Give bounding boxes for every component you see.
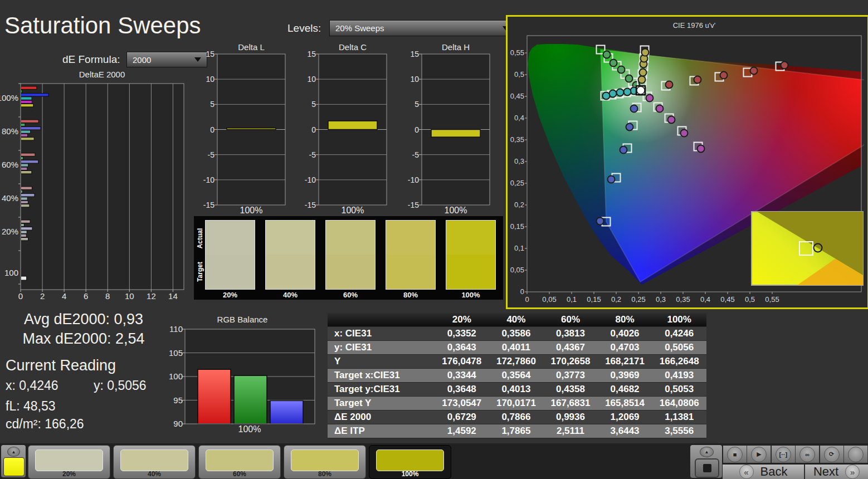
cie-measured-red: [750, 67, 758, 74]
calman-saturation-sweeps-page: Saturation Sweeps dE Formula: 2000 Level…: [0, 0, 868, 479]
swatch-80%: [386, 220, 436, 290]
svg-text:100: 100: [169, 372, 183, 381]
table-header: 20%: [435, 313, 489, 327]
play-button[interactable]: ▶: [747, 446, 771, 463]
levels-label: Levels:: [287, 22, 321, 35]
table-cell: 165,8514: [598, 397, 652, 410]
table-cell: 0,4358: [543, 383, 598, 397]
pattern-button[interactable]: [··]: [772, 446, 796, 463]
table-cell: 0,4011: [489, 341, 544, 355]
actual-target-swatch-panel: ActualTarget20%40%60%80%100%: [194, 216, 503, 300]
cie-measured-yellow: [638, 76, 646, 84]
svg-text:0,1: 0,1: [567, 295, 577, 304]
swatch-target: [446, 255, 495, 289]
svg-text:0,35: 0,35: [510, 135, 524, 144]
pattern-icon: [··]: [776, 447, 791, 462]
svg-text:-10: -10: [203, 175, 214, 184]
de-formula-dropdown[interactable]: 2000: [126, 52, 207, 67]
svg-text:-15: -15: [305, 201, 316, 209]
de-formula-label: dE Formula:: [62, 53, 120, 66]
svg-text:0,15: 0,15: [510, 222, 524, 231]
svg-text:8: 8: [105, 291, 110, 301]
table-row-label: Target y:CIE31: [328, 383, 435, 397]
level-button-80%[interactable]: 80%: [284, 445, 366, 479]
stop-icon: ■: [727, 447, 743, 462]
levels-value: 20% Sweeps: [335, 23, 384, 33]
scroll-up-icon[interactable]: ▲: [700, 447, 714, 457]
svg-text:15: 15: [206, 50, 214, 58]
next-label: Next: [813, 465, 838, 479]
table-cell: 0,5056: [652, 341, 706, 355]
deltae2000-chart: DeltaE 2000100%80%60%40%20%1000246810121…: [0, 70, 189, 306]
table-cell: 168,2171: [598, 355, 652, 369]
table-row-label: Y: [328, 355, 435, 369]
current-test-patch: [3, 457, 25, 476]
swatch-100%: [446, 220, 496, 290]
blank-button[interactable]: [844, 446, 868, 463]
svg-text:0,25: 0,25: [510, 179, 524, 187]
table-cell: 3,5556: [652, 424, 706, 438]
current-patch-panel: ▲: [1, 445, 26, 477]
svg-text:0: 0: [210, 125, 214, 134]
level-button-20%[interactable]: 20%: [28, 445, 110, 479]
table-row-label: x: CIE31: [328, 327, 435, 341]
svg-text:0,15: 0,15: [587, 295, 601, 304]
scroll-up-icon[interactable]: ▲: [7, 447, 20, 457]
level-label: 60%: [199, 470, 280, 478]
svg-text:2: 2: [40, 291, 45, 301]
svg-text:0,55: 0,55: [765, 295, 779, 304]
svg-text:4: 4: [62, 291, 66, 301]
levels-dropdown[interactable]: 20% Sweeps: [329, 20, 515, 36]
svg-text:100%: 100%: [445, 206, 467, 215]
svg-text:5: 5: [210, 100, 214, 109]
bottom-toolbar: ▲20%40%60%80%100%▲■▶[··]∞⟳«BackNext»: [0, 443, 868, 479]
table-cell: 0,6729: [435, 410, 489, 424]
table-cell: 0,3352: [435, 327, 489, 341]
back-button[interactable]: «Back: [723, 465, 804, 479]
cie-measured-cyan: [624, 88, 631, 95]
svg-text:0,3: 0,3: [514, 157, 524, 165]
level-button-100%[interactable]: 100%: [369, 445, 451, 479]
refresh-button[interactable]: ⟳: [820, 446, 844, 463]
swatch-20%: [205, 220, 255, 290]
table-cell: 0,4193: [652, 369, 706, 383]
swatch-row-label-actual: Actual: [196, 222, 204, 255]
svg-text:100%: 100%: [238, 424, 261, 434]
table-header: 80%: [598, 313, 652, 327]
cie-measured-green: [610, 59, 617, 66]
cie-zoom-inset: [752, 212, 863, 285]
svg-text:0: 0: [415, 125, 419, 134]
level-swatch: [376, 449, 444, 471]
table-header: [328, 313, 435, 327]
svg-text:0: 0: [520, 287, 524, 296]
swatch-label: 20%: [205, 291, 255, 299]
cie-measured-magenta: [698, 145, 705, 152]
svg-text:5: 5: [311, 100, 316, 109]
svg-text:95: 95: [173, 395, 183, 405]
svg-text:100%: 100%: [240, 206, 263, 215]
swatch-60%: [325, 220, 376, 290]
svg-text:-5: -5: [412, 150, 420, 159]
table-row-label: y: CIE31: [328, 341, 435, 355]
delta-l-chart: Delta L151050-5-10-15100%: [198, 43, 287, 217]
stop-button[interactable]: ■: [723, 446, 747, 463]
svg-text:15: 15: [307, 50, 316, 58]
svg-text:-15: -15: [408, 201, 419, 209]
square-patch-icon: [703, 464, 711, 472]
svg-text:0,2: 0,2: [611, 295, 621, 304]
cie-whitepoint-measured: [637, 86, 645, 94]
svg-text:0,25: 0,25: [631, 295, 645, 304]
loop-button[interactable]: ∞: [796, 446, 820, 463]
window-mode-button[interactable]: [695, 458, 719, 478]
next-button[interactable]: Next»: [805, 465, 868, 479]
level-button-40%[interactable]: 40%: [113, 445, 196, 479]
level-swatch: [206, 449, 274, 471]
svg-text:40%: 40%: [2, 193, 18, 203]
table-row-label: ΔE 2000: [328, 410, 435, 424]
svg-text:10: 10: [206, 75, 214, 84]
level-button-60%[interactable]: 60%: [198, 445, 281, 479]
svg-text:15: 15: [410, 50, 419, 58]
cie-1976-chart[interactable]: CIE 1976 u'v'00,050,10,150,20,250,30,350…: [506, 15, 868, 309]
swatch-actual: [326, 221, 375, 255]
swatch-target: [326, 255, 375, 289]
